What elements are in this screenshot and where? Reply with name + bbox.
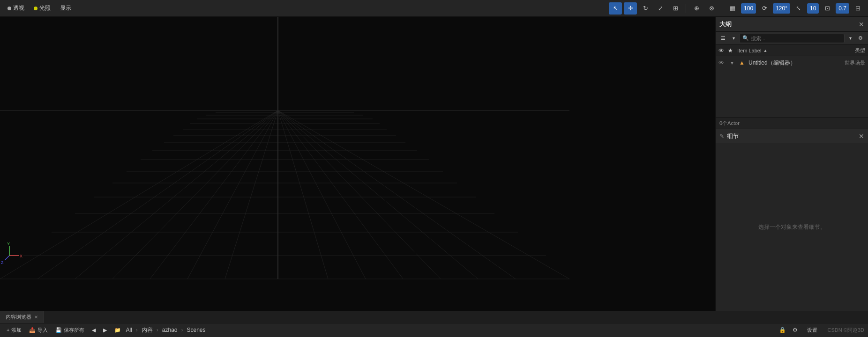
- row-expand-icon[interactable]: ▼: [730, 60, 737, 66]
- col-label-header[interactable]: Item Label ▲: [737, 48, 837, 53]
- main-area: .vp-line { stroke: #2a2a2a; stroke-width…: [0, 17, 868, 311]
- tab-bar: 内容浏览器 ✕: [0, 311, 868, 323]
- row-type-icon: ▲: [739, 59, 747, 66]
- svg-line-12: [278, 110, 403, 279]
- details-pencil-icon: ✎: [719, 133, 724, 139]
- perspective-btn[interactable]: 透视: [4, 3, 28, 14]
- tab-label: 内容浏览器: [6, 314, 31, 321]
- outline-header: 大纲 ✕: [716, 17, 868, 32]
- outline-search-input[interactable]: [751, 36, 841, 41]
- outline-panel: 大纲 ✕ ☰ ▾ 🔍 ▾ ⚙ 👁 ★: [716, 17, 868, 129]
- scale-icon-btn[interactable]: ⊡: [821, 2, 834, 15]
- layout-btn[interactable]: ⊟: [851, 2, 864, 15]
- breadcrumb-sep-2: ›: [155, 327, 160, 333]
- snap-value: 10: [810, 5, 816, 12]
- settings-icon-btn[interactable]: ⚙: [790, 326, 801, 334]
- view-dot: [7, 7, 11, 10]
- right-panel: 大纲 ✕ ☰ ▾ 🔍 ▾ ⚙ 👁 ★: [715, 17, 868, 311]
- svg-text:Y: Y: [7, 242, 10, 246]
- outline-title: 大纲: [719, 20, 856, 29]
- display-btn[interactable]: 显示: [56, 3, 75, 14]
- details-panel: ✎ 细节 ✕ 选择一个对象来查看细节。: [716, 129, 868, 311]
- details-content: 选择一个对象来查看细节。: [716, 143, 868, 311]
- breadcrumb-all[interactable]: All: [126, 327, 132, 333]
- add-label: 添加: [11, 327, 22, 334]
- lighting-label: 光照: [39, 4, 51, 12]
- outline-filter-btn[interactable]: ☰: [718, 34, 728, 43]
- svg-line-2: [0, 110, 278, 279]
- row-type-label: 世界场景: [837, 59, 865, 66]
- import-icon: 📥: [29, 327, 36, 333]
- row-eye-icon: 👁: [718, 59, 728, 66]
- outline-filter-arrow-btn[interactable]: ▾: [730, 34, 737, 43]
- search-icon: 🔍: [742, 35, 749, 41]
- actor-count-text: 0个Actor: [719, 120, 740, 127]
- transform-tool-btn[interactable]: ⊞: [669, 2, 682, 15]
- breadcrumb-sep-1: ›: [134, 327, 140, 333]
- import-btn[interactable]: 📥 导入: [26, 326, 51, 335]
- camera-btn[interactable]: ⊕: [690, 2, 703, 15]
- separator-1: [686, 4, 686, 13]
- settings-label[interactable]: 设置: [804, 326, 820, 335]
- details-header: ✎ 细节 ✕: [716, 129, 868, 143]
- outline-search-box: 🔍: [739, 34, 845, 43]
- col-star-header: ★: [728, 47, 737, 54]
- angle-value-btn[interactable]: 120°: [773, 3, 790, 14]
- save-all-label: 保存所有: [64, 327, 84, 334]
- nav-up-btn[interactable]: 📁: [112, 326, 124, 334]
- scale-tool-btn[interactable]: ⤢: [654, 2, 667, 15]
- snap-value-btn[interactable]: 10: [807, 3, 819, 14]
- content-browser-tab[interactable]: 内容浏览器 ✕: [0, 311, 44, 323]
- svg-text:Z: Z: [1, 260, 4, 265]
- rotate-tool-btn[interactable]: ↻: [639, 2, 652, 15]
- nav-back-btn[interactable]: ◀: [89, 326, 98, 334]
- bottom-bar: 内容浏览器 ✕ + 添加 📥 导入 💾 保存所有 ◀ ▶ 📁 All › 内容 …: [0, 311, 868, 337]
- svg-text:X: X: [20, 254, 22, 258]
- svg-line-13: [278, 110, 441, 279]
- perspective-label: 透视: [13, 4, 24, 12]
- nav-forward-btn[interactable]: ▶: [100, 326, 110, 334]
- col-eye-header: 👁: [718, 47, 728, 54]
- grid-value-btn[interactable]: 100: [741, 3, 756, 14]
- outline-columns: 👁 ★ Item Label ▲ 类型: [716, 45, 868, 56]
- col-label-text: Item Label: [737, 48, 761, 53]
- angle-value: 120°: [776, 5, 787, 12]
- grid-icon-btn[interactable]: ▦: [726, 2, 739, 15]
- scale-value-btn[interactable]: 0.7: [836, 3, 849, 14]
- details-close-btn[interactable]: ✕: [859, 132, 864, 140]
- breadcrumb-azhao[interactable]: azhao: [162, 327, 178, 333]
- svg-line-15: [278, 110, 516, 279]
- grid-svg: .vp-line { stroke: #2a2a2a; stroke-width…: [0, 17, 715, 311]
- bottom-right: 🔒 ⚙ 设置 CSDN ©阿赵3D: [779, 326, 864, 335]
- svg-line-7: [187, 110, 278, 279]
- breadcrumb-content[interactable]: 内容: [142, 326, 153, 334]
- move-tool-btn[interactable]: ✛: [624, 2, 637, 15]
- lighting-btn[interactable]: 光照: [30, 3, 54, 14]
- add-btn[interactable]: + 添加: [4, 326, 24, 335]
- outline-toolbar: ☰ ▾ 🔍 ▾ ⚙: [716, 32, 868, 45]
- snap-icon-btn[interactable]: ⤡: [792, 2, 805, 15]
- display-label: 显示: [60, 4, 71, 12]
- col-sort-icon: ▲: [763, 48, 767, 53]
- row-label: Untitled（编辑器）: [748, 59, 835, 67]
- outline-settings-btn[interactable]: ▾: [846, 34, 854, 43]
- save-all-btn[interactable]: 💾 保存所有: [52, 326, 87, 335]
- svg-line-6: [150, 110, 278, 279]
- save-icon: 💾: [55, 327, 62, 333]
- col-type-header: 类型: [837, 47, 865, 54]
- csdn-label: CSDN ©阿赵3D: [828, 327, 864, 334]
- separator-2: [722, 4, 722, 13]
- svg-line-4: [75, 110, 278, 279]
- viewport[interactable]: .vp-line { stroke: #2a2a2a; stroke-width…: [0, 17, 715, 311]
- outline-close-btn[interactable]: ✕: [859, 21, 864, 28]
- snap-btn[interactable]: ⊗: [705, 2, 718, 15]
- svg-line-3: [37, 110, 278, 279]
- outline-row-untitled[interactable]: 👁 ▼ ▲ Untitled（编辑器） 世界场景: [716, 56, 868, 69]
- select-tool-btn[interactable]: ↖: [609, 2, 622, 15]
- tab-close-btn[interactable]: ✕: [34, 315, 38, 320]
- angle-icon-btn[interactable]: ⟳: [758, 2, 771, 15]
- outline-gear-btn[interactable]: ⚙: [856, 34, 865, 43]
- light-dot: [34, 7, 37, 10]
- outline-rows: 👁 ▼ ▲ Untitled（编辑器） 世界场景: [716, 56, 868, 117]
- breadcrumb-scenes[interactable]: Scenes: [187, 327, 205, 333]
